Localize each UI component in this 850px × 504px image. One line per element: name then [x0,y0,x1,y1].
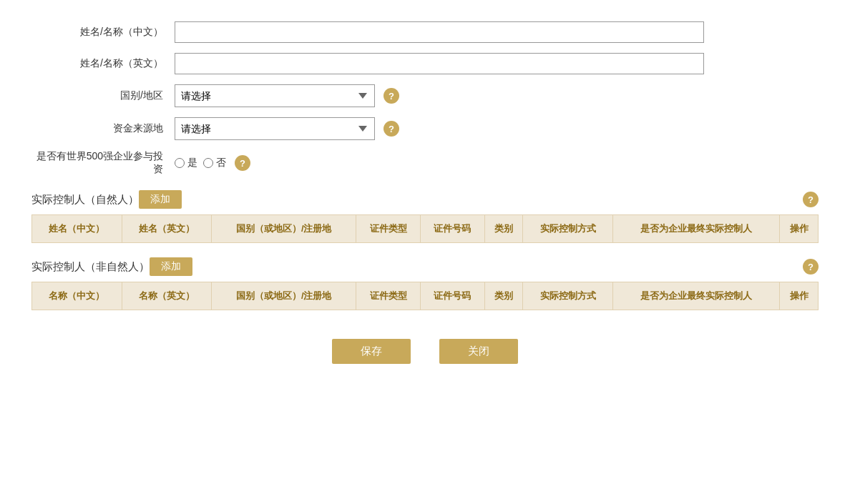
natural-person-table: 姓名（中文） 姓名（英文） 国别（或地区）/注册地 证件类型 证件号码 类别 实… [31,214,819,243]
fortune500-radio-group: 是 否 [175,157,226,169]
natural-person-header: 实际控制人（自然人） 添加 ? [31,190,819,209]
name-cn-row: 姓名/名称（中文） [31,21,819,43]
country-select[interactable]: 请选择 [175,84,375,107]
fortune500-row: 是否有世界500强企业参与投资 是 否 ? [31,150,819,176]
name-cn-input[interactable] [175,21,704,43]
natural-col-name-cn: 姓名（中文） [32,215,122,243]
form-section: 姓名/名称（中文） 姓名/名称（英文） 国别/地区 请选择 ? 资金来源地 请选… [31,21,819,176]
button-row: 保存 关闭 [31,339,819,364]
non-natural-person-add-button[interactable]: 添加 [150,257,192,276]
name-cn-label: 姓名/名称（中文） [31,26,175,39]
non-natural-col-cert-no: 证件号码 [421,282,485,310]
country-row: 国别/地区 请选择 ? [31,84,819,107]
save-button[interactable]: 保存 [332,339,411,364]
non-natural-person-title: 实际控制人（非自然人） [31,260,150,274]
natural-person-add-button[interactable]: 添加 [139,190,182,209]
natural-col-category: 类别 [484,215,523,243]
name-en-label: 姓名/名称（英文） [31,57,175,70]
fortune500-no-radio[interactable] [203,158,213,168]
non-natural-person-section: 实际控制人（非自然人） 添加 ? 名称（中文） 名称（英文） 国别（或地区）/注… [31,257,819,310]
fund-source-row: 资金来源地 请选择 ? [31,117,819,140]
fund-source-select[interactable]: 请选择 [175,117,375,140]
non-natural-person-table-header-row: 名称（中文） 名称（英文） 国别（或地区）/注册地 证件类型 证件号码 类别 实… [32,282,819,310]
fund-source-label: 资金来源地 [31,122,175,135]
fund-source-help-icon[interactable]: ? [384,121,399,137]
fortune500-yes-radio[interactable] [175,158,185,168]
natural-col-is-final-controller: 是否为企业最终实际控制人 [613,215,780,243]
non-natural-person-header: 实际控制人（非自然人） 添加 ? [31,257,819,276]
natural-col-cert-type: 证件类型 [356,215,421,243]
non-natural-col-control-method: 实际控制方式 [523,282,613,310]
natural-col-name-en: 姓名（英文） [122,215,212,243]
non-natural-person-header-row: 实际控制人（非自然人） 添加 ? [31,257,819,276]
non-natural-col-country: 国别（或地区）/注册地 [212,282,356,310]
non-natural-person-table: 名称（中文） 名称（英文） 国别（或地区）/注册地 证件类型 证件号码 类别 实… [31,282,819,310]
natural-col-control-method: 实际控制方式 [523,215,613,243]
name-en-row: 姓名/名称（英文） [31,53,819,74]
country-label: 国别/地区 [31,89,175,102]
natural-person-help-icon[interactable]: ? [803,192,819,207]
fortune500-no-text: 否 [216,157,226,169]
non-natural-col-name-cn: 名称（中文） [32,282,122,310]
non-natural-col-is-final-controller: 是否为企业最终实际控制人 [613,282,780,310]
natural-person-table-header-row: 姓名（中文） 姓名（英文） 国别（或地区）/注册地 证件类型 证件号码 类别 实… [32,215,819,243]
natural-person-section: 实际控制人（自然人） 添加 ? 姓名（中文） 姓名（英文） 国别（或地区）/注册… [31,190,819,243]
fortune500-help-icon[interactable]: ? [235,155,250,171]
fortune500-label: 是否有世界500强企业参与投资 [31,150,175,176]
page-container: 姓名/名称（中文） 姓名/名称（英文） 国别/地区 请选择 ? 资金来源地 请选… [31,21,819,364]
non-natural-col-cert-type: 证件类型 [356,282,421,310]
natural-col-country: 国别（或地区）/注册地 [212,215,356,243]
non-natural-col-name-en: 名称（英文） [122,282,212,310]
non-natural-person-help-icon[interactable]: ? [803,259,819,275]
non-natural-col-category: 类别 [484,282,523,310]
natural-col-operation: 操作 [780,215,819,243]
non-natural-col-operation: 操作 [780,282,819,310]
name-en-input[interactable] [175,53,704,74]
fortune500-no-label[interactable]: 否 [203,157,226,169]
fortune500-yes-text: 是 [187,157,197,169]
fortune500-yes-label[interactable]: 是 [175,157,197,169]
close-button[interactable]: 关闭 [439,339,518,364]
natural-person-header-row: 实际控制人（自然人） 添加 ? [31,190,819,209]
natural-person-title: 实际控制人（自然人） [31,193,139,207]
natural-col-cert-no: 证件号码 [421,215,485,243]
country-help-icon[interactable]: ? [384,88,399,104]
